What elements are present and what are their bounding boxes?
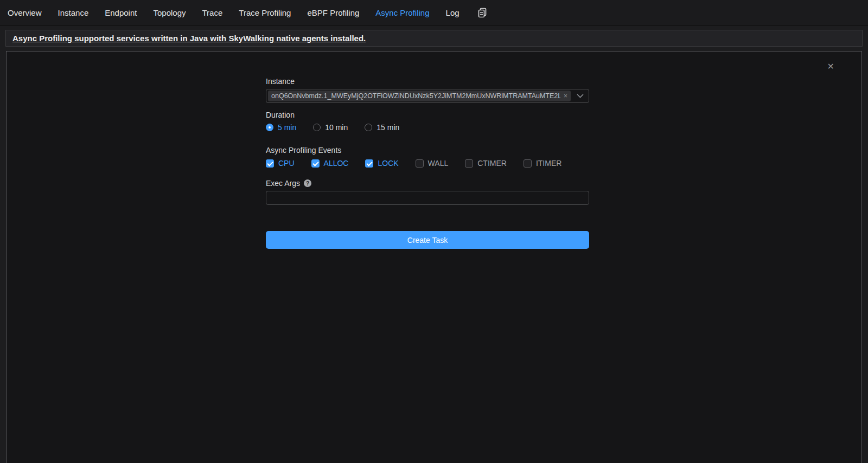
checkbox-icon — [416, 159, 424, 168]
checkbox-label: CPU — [278, 159, 295, 168]
instance-label: Instance — [266, 77, 589, 86]
chevron-down-icon[interactable] — [577, 94, 584, 98]
nav-tab-log[interactable]: Log — [446, 8, 459, 17]
nav-tab-instance[interactable]: Instance — [58, 8, 89, 17]
async-profiling-task-panel: ✕ Instance onQ6OnNvbmdz.1_MWEyMjQ2OTFlOW… — [6, 51, 862, 463]
checkbox-label: ITIMER — [536, 159, 561, 168]
tag-remove-icon[interactable]: × — [564, 93, 567, 99]
checkbox-icon — [266, 159, 274, 168]
nav-tab-endpoint[interactable]: Endpoint — [105, 8, 137, 17]
radio-icon — [313, 124, 321, 131]
exec-args-label: Exec Args ? — [266, 179, 589, 188]
nav-tab-overview[interactable]: Overview — [8, 8, 42, 17]
checkbox-cpu[interactable]: CPU — [266, 159, 295, 168]
instance-tag-text: onQ6OnNvbmdz.1_MWEyMjQ2OTFlOWZiNDUxNzk5Y… — [271, 92, 560, 100]
radio-icon — [266, 124, 273, 131]
instance-select[interactable]: onQ6OnNvbmdz.1_MWEyMjQ2OTFlOWZiNDUxNzk5Y… — [266, 89, 589, 103]
radio-label: 10 min — [325, 123, 348, 132]
radio-10-min[interactable]: 10 min — [313, 123, 348, 132]
checkbox-ctimer[interactable]: CTIMER — [465, 159, 507, 168]
create-task-button[interactable]: Create Task — [266, 231, 589, 249]
notice-bar: Async Profiling supported services writt… — [5, 30, 863, 47]
notice-link[interactable]: Async Profiling supported services writt… — [12, 34, 366, 43]
events-label: Async Profiling Events — [266, 146, 589, 155]
checkbox-icon — [311, 159, 320, 168]
checkbox-label: LOCK — [378, 159, 398, 168]
copy-document-icon[interactable] — [477, 7, 488, 18]
exec-args-input[interactable] — [266, 191, 589, 205]
duration-radio-group: 5 min 10 min 15 min — [266, 123, 589, 132]
checkbox-alloc[interactable]: ALLOC — [311, 159, 349, 168]
checkbox-itimer[interactable]: ITIMER — [524, 159, 561, 168]
duration-label: Duration — [266, 111, 589, 119]
create-task-form: Instance onQ6OnNvbmdz.1_MWEyMjQ2OTFlOWZi… — [266, 52, 589, 249]
radio-label: 15 min — [376, 123, 399, 132]
radio-icon — [365, 124, 372, 131]
radio-label: 5 min — [278, 123, 296, 132]
top-navbar: Overview Instance Endpoint Topology Trac… — [0, 0, 868, 25]
checkbox-label: CTIMER — [477, 159, 507, 168]
help-icon[interactable]: ? — [304, 179, 311, 187]
checkbox-label: ALLOC — [324, 159, 349, 168]
radio-15-min[interactable]: 15 min — [365, 123, 399, 132]
instance-selected-tag: onQ6OnNvbmdz.1_MWEyMjQ2OTFlOWZiNDUxNzk5Y… — [268, 91, 571, 101]
nav-tab-ebpf-profiling[interactable]: eBPF Profiling — [307, 8, 359, 17]
close-icon[interactable]: ✕ — [827, 62, 834, 71]
radio-5-min[interactable]: 5 min — [266, 123, 296, 132]
checkbox-lock[interactable]: LOCK — [365, 159, 398, 168]
checkbox-icon — [365, 159, 373, 168]
checkbox-icon — [465, 159, 473, 168]
checkbox-wall[interactable]: WALL — [416, 159, 449, 168]
nav-tab-async-profiling[interactable]: Async Profiling — [375, 8, 429, 17]
nav-tab-topology[interactable]: Topology — [153, 8, 186, 17]
checkbox-icon — [524, 159, 532, 168]
nav-tab-trace[interactable]: Trace — [202, 8, 223, 17]
exec-args-label-text: Exec Args — [266, 179, 300, 188]
checkbox-label: WALL — [428, 159, 449, 168]
events-checkbox-group: CPU ALLOC LOCK WALL CTIMER ITIMER — [266, 159, 589, 168]
nav-tab-trace-profiling[interactable]: Trace Profiling — [239, 8, 291, 17]
